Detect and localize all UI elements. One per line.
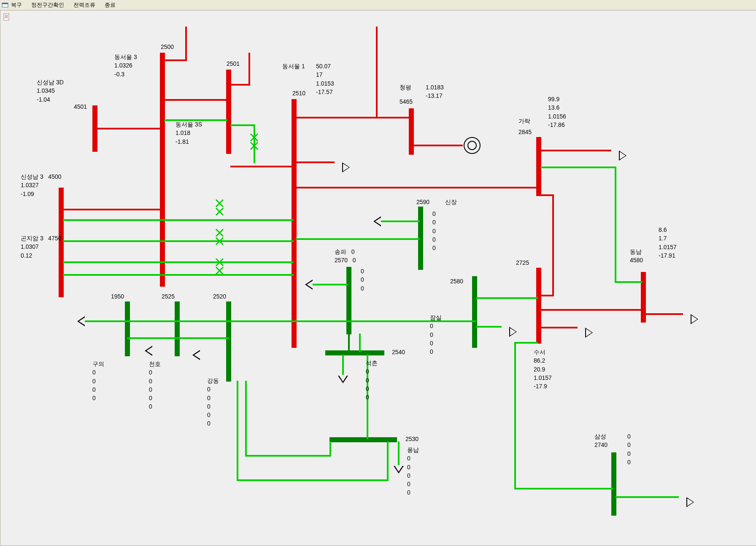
bus-2520 [226,301,231,382]
document-icon [3,13,11,21]
switch-icon [250,134,258,141]
bus-label: 구의 0 0 0 0 [92,360,104,402]
arrow-icon [686,497,694,507]
menu-outage-check[interactable]: 정전구간확인 [31,2,64,9]
bus-5465 [409,108,414,155]
bus-label: 동서울 3S 1.018 -1.81 [176,120,202,146]
bus-label: 수서 86.2 20.9 1.0157 -17.9 [534,348,552,390]
bus-label: 청평 [400,83,411,91]
switch-icon [216,208,223,215]
bus-label: 강동 0 0 0 0 0 [207,377,219,428]
switch-icon [216,237,223,245]
bus-values: 50.07 17 1.0153 -17.57 [316,62,334,96]
arrow-icon [691,314,698,324]
diagram-canvas: 신성남 3D 1.0345 -1.04 4501 신성남 3 4500 1.03… [0,11,756,546]
bus-4580 [641,272,646,323]
bus-label: 석촌 0 0 0 0 [366,359,378,401]
bus-label: 천호 0 0 0 0 0 [149,360,161,411]
bus-id: 2580 [450,277,463,285]
bus-id: 2530 [405,435,418,443]
bus-id: 2525 [162,292,175,301]
svg-rect-1 [2,3,8,4]
bus-2725 [536,268,541,344]
bus-1950 [125,301,130,356]
bus-values: 99.9 13.6 1.0156 -17.86 [548,95,566,129]
bus-values: 0 0 0 0 [627,432,631,466]
menu-exit[interactable]: 종료 [105,2,116,9]
arrow-icon [619,151,626,161]
bus-values: 0 0 0 [361,267,364,293]
switch-icon [216,199,223,207]
bus-id: 2510 [292,89,305,97]
bus-id: 2520 [213,292,226,301]
app-icon [2,2,8,8]
bus-label: 동서울 3 1.0326 -0.3 [114,53,137,78]
bus-label: 신성남 3 4500 1.0327 -1.09 [21,172,62,198]
svg-rect-2 [4,13,9,20]
bus-label: 동남 4580 [630,247,643,265]
bus-id: 2540 [392,348,405,356]
arrow-icon [585,328,593,338]
switch-icon [216,267,223,274]
bus-label: 가락 [518,117,530,125]
bus-2580 [472,276,477,348]
bus-label: 삼성 2740 [594,432,608,449]
bus-id: 2725 [516,258,529,267]
bus-2570 [346,267,351,334]
bus-2540 [325,350,384,355]
bus-2510 [292,99,297,348]
arrow-icon [509,327,517,337]
switch-icon [250,142,258,150]
bus-label: 신장 [445,198,457,206]
bus-label: 풍납 0 0 0 0 0 [407,446,419,497]
bus-id: 2500 [161,43,174,51]
bus-2525 [175,301,180,356]
switch-icon [216,258,223,266]
bus-label: 동서울 1 [282,62,305,70]
generator-icon [464,137,481,154]
bus-id: 2845 [518,128,532,136]
bus-label: 송파 0 2570 0 [335,247,356,265]
bus-id: 2590 [416,198,429,206]
bus-id: 1950 [111,292,124,301]
bus-values: 1.0183 -13.17 [426,83,444,100]
arrow-icon [342,162,350,172]
menu-restore[interactable]: 복구 [11,2,22,9]
bus-2501 [226,70,231,154]
bus-label: 곤지암 3 4750 1.0307 0.12 [21,234,62,260]
menu-power-flow[interactable]: 전력조류 [73,2,95,9]
menu-bar: 복구 정전구간확인 전력조류 종료 [0,0,756,11]
switch-icon [216,229,223,237]
bus-id: 4501 [74,102,87,111]
bus-id: 2501 [227,59,240,68]
bus-label: 잠실 0 0 0 0 [430,313,442,356]
bus-2500 [160,53,165,287]
bus-label: 신성남 3D 1.0345 -1.04 [37,78,64,104]
bus-2740 [611,452,616,516]
bus-values: 8.6 1.7 1.0157 -17.91 [659,226,677,260]
bus-values: 0 0 0 0 0 [432,210,436,252]
bus-id: 5465 [400,97,413,106]
